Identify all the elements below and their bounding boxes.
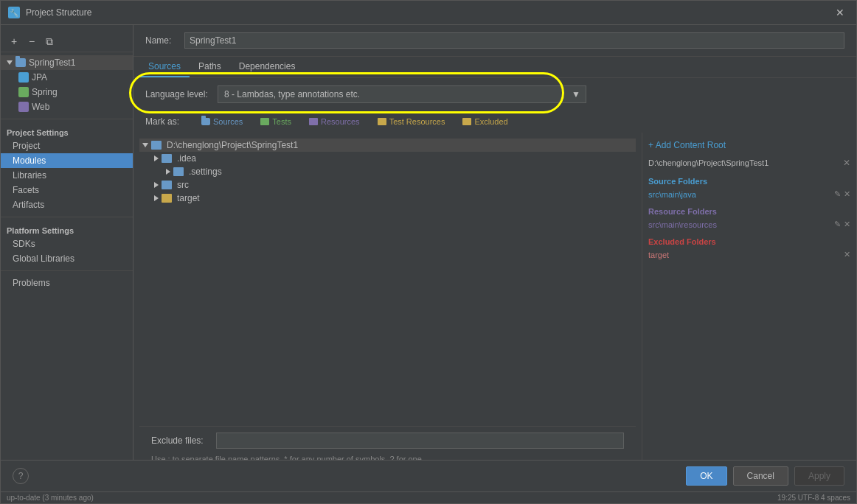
idea-folder-icon <box>162 154 172 163</box>
target-expand-icon <box>154 195 159 201</box>
main-panel: Name: Sources Paths Dependencies Languag… <box>133 25 856 460</box>
idea-expand-icon <box>154 155 159 161</box>
exclude-files-hint: Use ; to separate file name patterns, * … <box>139 455 636 460</box>
resource-folder-path-0: src\main\resources <box>648 220 717 229</box>
tree-node-target-label: target <box>177 193 200 203</box>
add-module-button[interactable]: + <box>7 34 21 49</box>
modules-item-label: Modules <box>13 155 46 166</box>
sidebar-item-modules[interactable]: Modules <box>1 153 133 168</box>
cancel-button[interactable]: Cancel <box>733 466 788 486</box>
sidebar: + − ⧉ SpringTest1 JPA Spring Web <box>1 25 133 460</box>
resource-folders-section: Resource Folders src\main\resources ✎ ✕ <box>648 206 850 230</box>
help-button[interactable]: ? <box>13 468 29 484</box>
tree-root-node[interactable]: D:\chenglong\Project\SpringTest1 <box>139 139 636 152</box>
tree-node-settings[interactable]: .settings <box>139 165 636 178</box>
add-content-root-button[interactable]: + Add Content Root <box>648 139 850 152</box>
project-item-label: Project <box>13 141 40 151</box>
tree-node-idea[interactable]: .idea <box>139 152 636 165</box>
sidebar-item-artifacts[interactable]: Artifacts <box>1 197 133 212</box>
ok-button[interactable]: OK <box>686 466 726 486</box>
mark-tests-button[interactable]: Tests <box>254 115 297 128</box>
sidebar-toolbar: + − ⧉ <box>1 31 133 52</box>
exclude-files-input[interactable] <box>216 433 624 449</box>
exclude-files-label: Exclude files: <box>151 435 210 446</box>
app-icon: 🔧 <box>8 7 20 18</box>
sidebar-divider <box>1 119 133 119</box>
module-spring-item[interactable]: Spring <box>1 85 133 99</box>
resource-folder-edit-icon[interactable]: ✎ <box>834 220 841 229</box>
resource-folder-entry-0: src\main\resources ✎ ✕ <box>648 219 850 230</box>
libraries-item-label: Libraries <box>13 170 46 181</box>
project-structure-dialog: 🔧 Project Structure ✕ + − ⧉ SpringTest1 … <box>0 0 857 504</box>
tree-node-target[interactable]: target <box>139 192 636 205</box>
sidebar-item-problems[interactable]: Problems <box>1 276 133 290</box>
language-level-container: 8 - Lambdas, type annotations etc. 7 - D… <box>218 85 586 103</box>
module-folder-icon <box>15 58 26 67</box>
title-bar: 🔧 Project Structure ✕ <box>1 1 856 25</box>
problems-item-label: Problems <box>13 278 50 288</box>
content-root-path: D:\chenglong\Project\SpringTest1 ✕ <box>648 156 850 169</box>
module-tree-root[interactable]: SpringTest1 <box>1 55 133 70</box>
remove-module-button[interactable]: − <box>24 34 39 49</box>
excluded-folder-remove-icon[interactable]: ✕ <box>844 250 850 259</box>
language-level-select[interactable]: 8 - Lambdas, type annotations etc. 7 - D… <box>218 85 586 103</box>
copy-module-button[interactable]: ⧉ <box>42 34 57 49</box>
mark-resources-label: Resources <box>321 117 360 126</box>
sdks-item-label: SDKs <box>13 239 35 249</box>
global-libraries-item-label: Global Libraries <box>13 253 74 264</box>
source-folder-path-0: src\main\java <box>648 190 696 199</box>
artifacts-item-label: Artifacts <box>13 200 44 210</box>
sidebar-item-libraries[interactable]: Libraries <box>1 168 133 183</box>
source-folder-entry-0: src\main\java ✎ ✕ <box>648 189 850 200</box>
sidebar-item-facets[interactable]: Facets <box>1 183 133 197</box>
status-bar: up-to-date (3 minutes ago) 19:25 UTF-8 4… <box>1 491 856 503</box>
jpa-icon <box>18 72 29 83</box>
sidebar-item-global-libraries[interactable]: Global Libraries <box>1 251 133 266</box>
source-folder-actions-0: ✎ ✕ <box>834 189 850 199</box>
mark-tests-label: Tests <box>272 117 291 126</box>
module-jpa-label: JPA <box>32 72 47 83</box>
content-root-close-icon[interactable]: ✕ <box>843 158 850 168</box>
project-settings-header: Project Settings <box>1 124 133 139</box>
resource-folder-actions-0: ✎ ✕ <box>834 220 850 229</box>
tab-paths[interactable]: Paths <box>190 57 230 77</box>
title-bar-left: 🔧 Project Structure <box>8 7 91 18</box>
settings-expand-icon <box>166 169 170 175</box>
tab-sources[interactable]: Sources <box>139 57 190 77</box>
content-root-panel: + Add Content Root D:\chenglong\Project\… <box>642 133 856 460</box>
name-row: Name: <box>133 25 856 57</box>
close-button[interactable]: ✕ <box>831 5 849 20</box>
mark-sources-button[interactable]: Sources <box>195 115 249 128</box>
apply-button: Apply <box>794 466 844 486</box>
tab-dependencies[interactable]: Dependencies <box>230 57 305 77</box>
module-root-label: SpringTest1 <box>29 57 75 68</box>
mark-test-resources-label: Test Resources <box>389 117 445 126</box>
content-root-path-label: D:\chenglong\Project\SpringTest1 <box>648 158 768 167</box>
root-expand-icon <box>142 143 148 147</box>
excluded-folder-actions-0: ✕ <box>844 250 850 259</box>
excluded-folder-icon <box>462 118 471 125</box>
resource-folder-remove-icon[interactable]: ✕ <box>844 220 850 229</box>
source-folder-remove-icon[interactable]: ✕ <box>844 189 850 199</box>
test-resources-folder-icon <box>378 118 386 125</box>
name-input[interactable] <box>184 32 844 49</box>
source-folder-edit-icon[interactable]: ✎ <box>834 189 841 199</box>
platform-divider <box>1 217 133 217</box>
mark-excluded-button[interactable]: Excluded <box>457 115 513 128</box>
sidebar-item-sdks[interactable]: SDKs <box>1 237 133 251</box>
module-web-item[interactable]: Web <box>1 99 133 114</box>
dialog-title: Project Structure <box>26 7 91 18</box>
mark-test-resources-button[interactable]: Test Resources <box>372 115 451 128</box>
status-left: up-to-date (3 minutes ago) <box>7 494 94 502</box>
tree-node-settings-label: .settings <box>189 167 222 177</box>
module-jpa-item[interactable]: JPA <box>1 70 133 85</box>
action-buttons: OK Cancel Apply <box>686 466 844 486</box>
mark-resources-button[interactable]: Resources <box>303 115 366 128</box>
sidebar-item-project[interactable]: Project <box>1 139 133 153</box>
resources-folder-icon <box>309 118 318 125</box>
exclude-files-row: Exclude files: <box>139 426 636 455</box>
tree-node-idea-label: .idea <box>177 153 196 164</box>
tree-node-src[interactable]: src <box>139 178 636 192</box>
mark-sources-label: Sources <box>213 117 243 126</box>
spring-icon <box>18 87 29 97</box>
